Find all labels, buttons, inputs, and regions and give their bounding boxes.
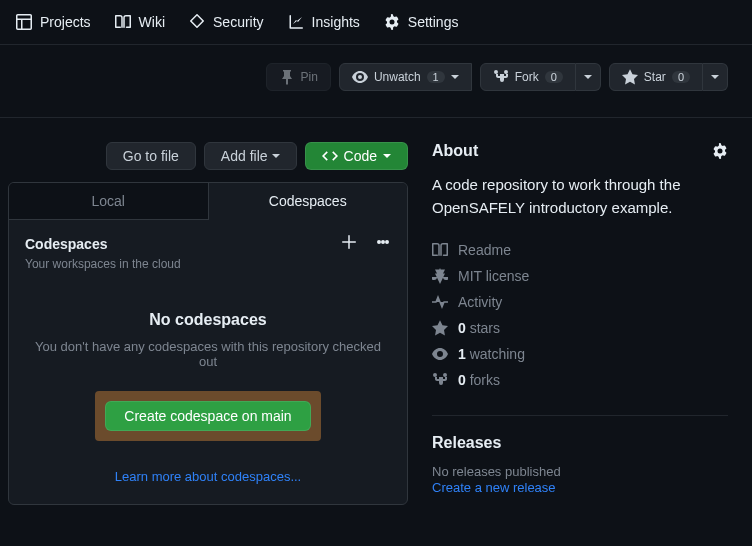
gear-icon[interactable] [712,143,728,159]
button-label: Fork [515,70,539,84]
nav-security[interactable]: Security [181,8,272,36]
book-icon [432,242,448,258]
sidebar: About A code repository to work through … [432,142,728,495]
eye-icon [432,346,448,362]
watch-group: Unwatch 1 [339,63,472,91]
star-menu[interactable] [703,63,728,91]
watching-link[interactable]: 1 watching [432,341,728,367]
nav-insights[interactable]: Insights [280,8,368,36]
nav-label: Insights [312,14,360,30]
fork-count: 0 [545,71,563,83]
item-label: Activity [458,294,502,310]
chevron-down-icon [711,75,719,79]
go-to-file-button[interactable]: Go to file [106,142,196,170]
activity-link[interactable]: Activity [432,289,728,315]
nav-wiki[interactable]: Wiki [107,8,173,36]
unwatch-button[interactable]: Unwatch 1 [339,63,472,91]
empty-title: No codespaces [33,311,383,329]
button-label: Star [644,70,666,84]
gear-icon [384,14,400,30]
graph-icon [288,14,304,30]
item-label: Readme [458,242,511,258]
law-icon [432,268,448,284]
pin-icon [279,69,295,85]
about-description: A code repository to work through the Op… [432,174,728,219]
nav-label: Projects [40,14,91,30]
create-highlight: Create codespace on main [95,391,320,441]
shield-icon [189,14,205,30]
pin-button[interactable]: Pin [266,63,331,91]
releases-none: No releases published [432,464,728,479]
repo-nav: Projects Wiki Security Insights Settings [0,0,752,45]
star-group: Star 0 [609,63,728,91]
star-count: 0 [672,71,690,83]
chevron-down-icon [383,154,391,158]
readme-link[interactable]: Readme [432,237,728,263]
fork-button[interactable]: Fork 0 [480,63,576,91]
nav-label: Security [213,14,264,30]
item-label: 0 stars [458,320,500,336]
create-release-link[interactable]: Create a new release [432,480,556,495]
chevron-down-icon [584,75,592,79]
fork-menu[interactable] [576,63,601,91]
fork-icon [432,372,448,388]
forks-link[interactable]: 0 forks [432,367,728,393]
add-file-button[interactable]: Add file [204,142,297,170]
divider [432,415,728,416]
plus-icon[interactable] [341,234,357,253]
watch-count: 1 [427,71,445,83]
about-heading: About [432,142,478,160]
kebab-icon[interactable] [375,234,391,253]
code-popover: Local Codespaces Codespaces Your workspa… [8,182,408,505]
releases-section: Releases No releases published Create a … [432,434,728,495]
chevron-down-icon [451,75,459,79]
item-label: MIT license [458,268,529,284]
nav-label: Settings [408,14,459,30]
star-icon [622,69,638,85]
chevron-down-icon [272,154,280,158]
fork-group: Fork 0 [480,63,601,91]
star-icon [432,320,448,336]
create-codespace-button[interactable]: Create codespace on main [105,401,310,431]
nav-settings[interactable]: Settings [376,8,467,36]
star-button[interactable]: Star 0 [609,63,703,91]
code-icon [322,148,338,164]
button-label: Pin [301,70,318,84]
code-button[interactable]: Code [305,142,408,170]
repo-actions: Pin Unwatch 1 Fork 0 Star 0 [0,45,752,118]
codespaces-title: Codespaces [25,236,107,252]
pulse-icon [432,294,448,310]
book-icon [115,14,131,30]
button-label: Add file [221,148,268,164]
license-link[interactable]: MIT license [432,263,728,289]
eye-icon [352,69,368,85]
stars-link[interactable]: 0 stars [432,315,728,341]
button-label: Unwatch [374,70,421,84]
tab-local[interactable]: Local [9,183,209,220]
releases-heading: Releases [432,434,728,452]
empty-desc: You don't have any codespaces with this … [33,339,383,369]
fork-icon [493,69,509,85]
nav-label: Wiki [139,14,165,30]
table-icon [16,14,32,30]
item-label: 0 forks [458,372,500,388]
button-label: Code [344,148,377,164]
tab-codespaces[interactable]: Codespaces [209,183,408,220]
codespaces-subtitle: Your workspaces in the cloud [9,257,407,275]
learn-more-link[interactable]: Learn more about codespaces... [33,469,383,484]
nav-projects[interactable]: Projects [8,8,99,36]
item-label: 1 watching [458,346,525,362]
